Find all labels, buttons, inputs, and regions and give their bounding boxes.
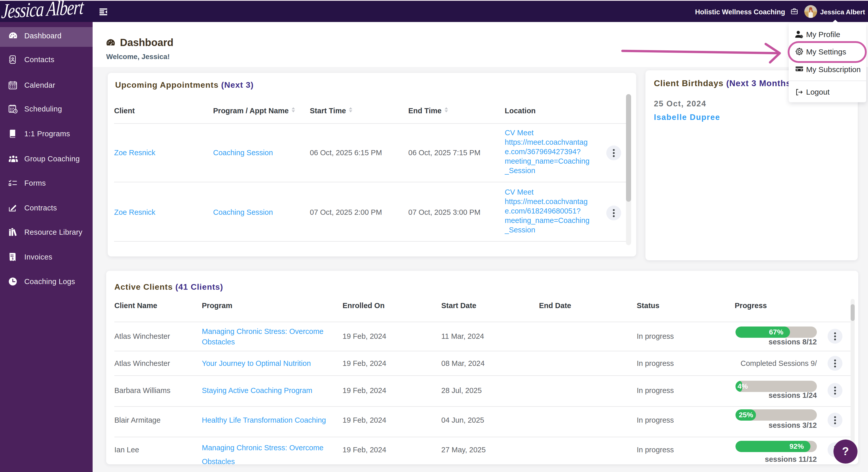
svg-text:$: $ xyxy=(12,257,13,260)
